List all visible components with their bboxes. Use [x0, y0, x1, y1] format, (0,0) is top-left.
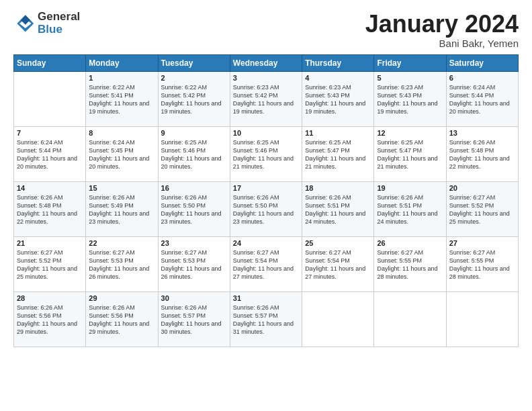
day-cell: 2Sunrise: 6:22 AMSunset: 5:42 PMDaylight… — [158, 71, 230, 126]
header-row: SundayMondayTuesdayWednesdayThursdayFrid… — [14, 54, 519, 71]
day-cell: 24Sunrise: 6:27 AMSunset: 5:54 PMDayligh… — [230, 236, 302, 291]
day-info: Sunrise: 6:26 AMSunset: 5:51 PMDaylight:… — [377, 193, 443, 226]
day-number: 5 — [377, 74, 443, 82]
day-info: Sunrise: 6:25 AMSunset: 5:47 PMDaylight:… — [377, 138, 443, 171]
day-number: 6 — [449, 74, 515, 82]
header-cell-tuesday: Tuesday — [158, 54, 230, 71]
day-info: Sunrise: 6:27 AMSunset: 5:52 PMDaylight:… — [449, 193, 515, 226]
day-number: 21 — [17, 239, 83, 247]
day-cell: 29Sunrise: 6:26 AMSunset: 5:56 PMDayligh… — [86, 291, 158, 347]
week-row-4: 21Sunrise: 6:27 AMSunset: 5:52 PMDayligh… — [14, 236, 519, 291]
day-info: Sunrise: 6:26 AMSunset: 5:56 PMDaylight:… — [89, 304, 154, 336]
day-cell: 20Sunrise: 6:27 AMSunset: 5:52 PMDayligh… — [446, 181, 518, 236]
day-number: 19 — [377, 184, 443, 192]
day-cell: 16Sunrise: 6:26 AMSunset: 5:50 PMDayligh… — [158, 181, 230, 236]
day-number: 10 — [233, 129, 299, 137]
day-cell: 25Sunrise: 6:27 AMSunset: 5:54 PMDayligh… — [302, 236, 374, 291]
day-cell: 3Sunrise: 6:23 AMSunset: 5:42 PMDaylight… — [230, 71, 302, 126]
header: General Blue January 2024 Bani Bakr, Yem… — [13, 11, 519, 49]
header-cell-friday: Friday — [374, 54, 446, 71]
day-info: Sunrise: 6:22 AMSunset: 5:42 PMDaylight:… — [161, 83, 227, 116]
day-cell: 26Sunrise: 6:27 AMSunset: 5:55 PMDayligh… — [374, 236, 446, 291]
day-info: Sunrise: 6:27 AMSunset: 5:52 PMDaylight:… — [17, 248, 83, 281]
header-cell-sunday: Sunday — [14, 54, 86, 71]
day-info: Sunrise: 6:26 AMSunset: 5:56 PMDaylight:… — [17, 304, 83, 336]
day-cell: 6Sunrise: 6:24 AMSunset: 5:44 PMDaylight… — [446, 71, 518, 126]
day-info: Sunrise: 6:25 AMSunset: 5:46 PMDaylight:… — [161, 138, 227, 171]
week-row-3: 14Sunrise: 6:26 AMSunset: 5:48 PMDayligh… — [14, 181, 519, 236]
day-number: 3 — [233, 74, 299, 82]
day-info: Sunrise: 6:22 AMSunset: 5:41 PMDaylight:… — [89, 83, 154, 116]
day-cell: 14Sunrise: 6:26 AMSunset: 5:48 PMDayligh… — [14, 181, 86, 236]
day-info: Sunrise: 6:27 AMSunset: 5:54 PMDaylight:… — [233, 248, 299, 281]
day-number: 17 — [233, 184, 299, 192]
day-number: 14 — [17, 184, 83, 192]
header-cell-thursday: Thursday — [302, 54, 374, 71]
day-number: 12 — [377, 129, 443, 137]
day-number: 8 — [89, 129, 154, 137]
day-number: 16 — [161, 184, 227, 192]
day-info: Sunrise: 6:25 AMSunset: 5:46 PMDaylight:… — [233, 138, 299, 171]
week-row-2: 7Sunrise: 6:24 AMSunset: 5:44 PMDaylight… — [14, 126, 519, 181]
day-number: 1 — [89, 74, 154, 82]
day-info: Sunrise: 6:26 AMSunset: 5:48 PMDaylight:… — [449, 138, 515, 171]
day-cell: 18Sunrise: 6:26 AMSunset: 5:51 PMDayligh… — [302, 181, 374, 236]
day-info: Sunrise: 6:24 AMSunset: 5:44 PMDaylight:… — [449, 83, 515, 116]
title-block: January 2024 Bani Bakr, Yemen — [365, 11, 519, 49]
day-cell: 5Sunrise: 6:23 AMSunset: 5:43 PMDaylight… — [374, 71, 446, 126]
day-cell — [14, 71, 86, 126]
day-number: 9 — [161, 129, 227, 137]
day-number: 18 — [305, 184, 371, 192]
day-info: Sunrise: 6:27 AMSunset: 5:55 PMDaylight:… — [377, 248, 443, 281]
header-cell-wednesday: Wednesday — [230, 54, 302, 71]
day-cell: 28Sunrise: 6:26 AMSunset: 5:56 PMDayligh… — [14, 291, 86, 347]
day-number: 27 — [449, 239, 515, 247]
calendar-table: SundayMondayTuesdayWednesdayThursdayFrid… — [13, 54, 519, 347]
logo-icon — [13, 13, 35, 34]
day-number: 4 — [305, 74, 371, 82]
day-cell: 17Sunrise: 6:26 AMSunset: 5:50 PMDayligh… — [230, 181, 302, 236]
day-number: 7 — [17, 129, 83, 137]
day-info: Sunrise: 6:26 AMSunset: 5:51 PMDaylight:… — [305, 193, 371, 226]
day-number: 2 — [161, 74, 227, 82]
day-number: 11 — [305, 129, 371, 137]
day-cell: 27Sunrise: 6:27 AMSunset: 5:55 PMDayligh… — [446, 236, 518, 291]
day-number: 26 — [377, 239, 443, 247]
location-subtitle: Bani Bakr, Yemen — [365, 38, 519, 49]
day-info: Sunrise: 6:23 AMSunset: 5:43 PMDaylight:… — [377, 83, 443, 116]
logo-text: General Blue — [38, 11, 80, 36]
day-number: 13 — [449, 129, 515, 137]
day-info: Sunrise: 6:26 AMSunset: 5:48 PMDaylight:… — [17, 193, 83, 226]
day-number: 22 — [89, 239, 154, 247]
header-cell-saturday: Saturday — [446, 54, 518, 71]
month-title: January 2024 — [365, 11, 519, 38]
day-cell: 31Sunrise: 6:26 AMSunset: 5:57 PMDayligh… — [230, 291, 302, 347]
day-info: Sunrise: 6:26 AMSunset: 5:57 PMDaylight:… — [233, 304, 299, 336]
day-info: Sunrise: 6:26 AMSunset: 5:50 PMDaylight:… — [161, 193, 227, 226]
day-number: 24 — [233, 239, 299, 247]
day-cell: 22Sunrise: 6:27 AMSunset: 5:53 PMDayligh… — [86, 236, 158, 291]
day-info: Sunrise: 6:27 AMSunset: 5:54 PMDaylight:… — [305, 248, 371, 281]
day-cell: 1Sunrise: 6:22 AMSunset: 5:41 PMDaylight… — [86, 71, 158, 126]
day-cell — [374, 291, 446, 347]
day-info: Sunrise: 6:23 AMSunset: 5:42 PMDaylight:… — [233, 83, 299, 116]
day-cell: 13Sunrise: 6:26 AMSunset: 5:48 PMDayligh… — [446, 126, 518, 181]
day-info: Sunrise: 6:26 AMSunset: 5:50 PMDaylight:… — [233, 193, 299, 226]
day-info: Sunrise: 6:27 AMSunset: 5:53 PMDaylight:… — [161, 248, 227, 281]
day-info: Sunrise: 6:26 AMSunset: 5:49 PMDaylight:… — [89, 193, 154, 226]
day-cell: 10Sunrise: 6:25 AMSunset: 5:46 PMDayligh… — [230, 126, 302, 181]
day-number: 15 — [89, 184, 154, 192]
day-number: 20 — [449, 184, 515, 192]
day-number: 28 — [17, 294, 83, 302]
day-cell: 9Sunrise: 6:25 AMSunset: 5:46 PMDaylight… — [158, 126, 230, 181]
day-info: Sunrise: 6:27 AMSunset: 5:53 PMDaylight:… — [89, 248, 154, 281]
day-info: Sunrise: 6:24 AMSunset: 5:44 PMDaylight:… — [17, 138, 83, 171]
week-row-5: 28Sunrise: 6:26 AMSunset: 5:56 PMDayligh… — [14, 291, 519, 347]
day-info: Sunrise: 6:25 AMSunset: 5:47 PMDaylight:… — [305, 138, 371, 171]
day-number: 23 — [161, 239, 227, 247]
day-cell: 15Sunrise: 6:26 AMSunset: 5:49 PMDayligh… — [86, 181, 158, 236]
logo-blue-text: Blue — [38, 24, 80, 36]
day-cell: 30Sunrise: 6:26 AMSunset: 5:57 PMDayligh… — [158, 291, 230, 347]
week-row-1: 1Sunrise: 6:22 AMSunset: 5:41 PMDaylight… — [14, 71, 519, 126]
day-cell: 21Sunrise: 6:27 AMSunset: 5:52 PMDayligh… — [14, 236, 86, 291]
